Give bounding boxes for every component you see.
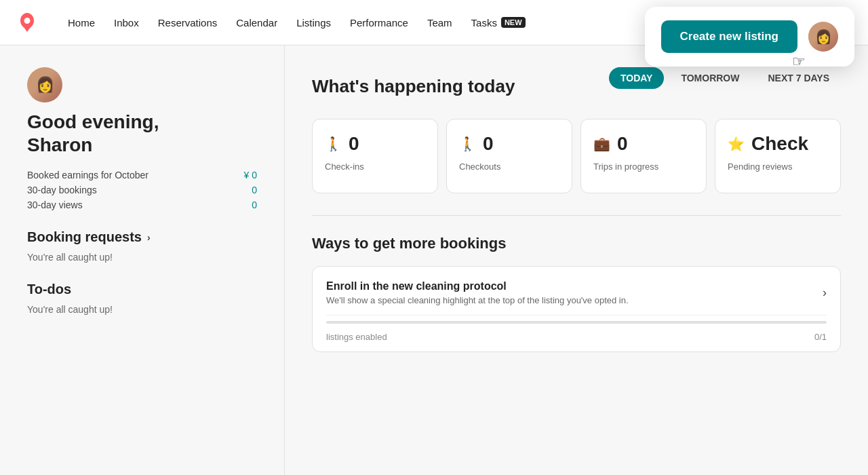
bookings-section-title: Ways to get more bookings <box>312 235 841 252</box>
nav-calendar[interactable]: Calendar <box>228 12 285 34</box>
stat-label-bookings: 30-day bookings <box>27 185 97 195</box>
stat-row-bookings: 30-day bookings 0 <box>27 185 257 195</box>
create-listing-dropdown: Create new listing 👩 ☞ <box>645 7 854 66</box>
create-new-listing-button[interactable]: Create new listing <box>661 20 797 53</box>
todos-status: You're all caught up! <box>27 304 257 315</box>
stat-row-earnings: Booked earnings for October ¥ 0 <box>27 170 257 180</box>
stats-list: Booked earnings for October ¥ 0 30-day b… <box>27 170 257 210</box>
nav-tasks[interactable]: Tasks NEW <box>463 12 534 34</box>
booking-requests-title: Booking requests <box>27 229 142 245</box>
date-tabs: TODAY TOMORROW NEXT 7 DAYS <box>609 67 841 89</box>
stat-value-earnings: ¥ 0 <box>244 170 257 180</box>
todos-section: To-dos <box>27 282 257 297</box>
user-avatar[interactable]: 👩 <box>808 22 838 52</box>
enroll-footer: listings enabled 0/1 <box>326 324 827 352</box>
section-divider <box>312 215 841 216</box>
stat-label-earnings: Booked earnings for October <box>27 170 149 180</box>
trips-number: 0 <box>617 133 628 155</box>
tab-next7days[interactable]: NEXT 7 DAYS <box>756 67 841 89</box>
enroll-row[interactable]: Enroll in the new cleaning protocol We'l… <box>326 280 827 316</box>
stat-card-trips[interactable]: 💼 0 Trips in progress <box>580 119 707 193</box>
sidebar: 👩 Good evening,Sharon Booked earnings fo… <box>0 45 285 475</box>
whats-happening-title: What's happening today <box>312 76 515 97</box>
main-content: What's happening today TODAY TOMORROW NE… <box>285 45 868 475</box>
stat-label-views: 30-day views <box>27 200 83 210</box>
avatar-image: 👩 <box>808 22 838 52</box>
stat-row-views: 30-day views 0 <box>27 200 257 210</box>
nav-performance[interactable]: Performance <box>342 12 416 34</box>
checkins-number: 0 <box>349 133 359 155</box>
booking-requests-status: You're all caught up! <box>27 252 257 263</box>
enroll-card: Enroll in the new cleaning protocol We'l… <box>312 266 841 352</box>
stat-card-reviews[interactable]: ⭐ Check Pending reviews <box>715 119 841 193</box>
nav-listings[interactable]: Listings <box>288 12 339 34</box>
tasks-badge: NEW <box>501 17 526 28</box>
stat-value-bookings: 0 <box>252 185 257 195</box>
nav-home[interactable]: Home <box>60 12 103 34</box>
checkins-label: Check-ins <box>325 162 425 172</box>
stats-cards-grid: 🚶 0 Check-ins 🚶 0 Checkouts 💼 0 Trips in… <box>312 119 841 193</box>
checkouts-number: 0 <box>483 133 494 155</box>
checkouts-icon: 🚶 <box>459 136 476 152</box>
stat-card-checkouts[interactable]: 🚶 0 Checkouts <box>446 119 572 193</box>
airbnb-logo[interactable] <box>16 12 38 33</box>
enroll-footer-value: 0/1 <box>814 332 827 342</box>
checkouts-label: Checkouts <box>459 162 559 172</box>
enroll-title: Enroll in the new cleaning protocol <box>326 280 629 292</box>
sidebar-avatar: 👩 <box>27 67 62 102</box>
booking-requests-chevron: › <box>147 232 151 243</box>
booking-requests-section[interactable]: Booking requests › <box>27 229 257 245</box>
reviews-number: Check <box>751 133 808 155</box>
nav-reservations[interactable]: Reservations <box>150 12 226 34</box>
nav-team[interactable]: Team <box>419 12 460 34</box>
enroll-chevron-icon: › <box>823 286 827 300</box>
nav-inbox[interactable]: Inbox <box>106 12 147 34</box>
stat-value-views: 0 <box>252 200 257 210</box>
tab-today[interactable]: TODAY <box>609 67 664 89</box>
trips-icon: 💼 <box>593 136 610 152</box>
sidebar-greeting: Good evening,Sharon <box>27 111 257 156</box>
enroll-desc: We'll show a special cleaning highlight … <box>326 295 629 305</box>
enroll-footer-label: listings enabled <box>326 332 387 342</box>
trips-label: Trips in progress <box>593 162 694 172</box>
main-layout: 👩 Good evening,Sharon Booked earnings fo… <box>0 45 868 475</box>
checkins-icon: 🚶 <box>325 136 342 152</box>
navbar: Home Inbox Reservations Calendar Listing… <box>0 0 868 45</box>
reviews-label: Pending reviews <box>728 162 828 172</box>
reviews-icon: ⭐ <box>728 136 745 152</box>
todos-title: To-dos <box>27 282 71 297</box>
stat-card-checkins[interactable]: 🚶 0 Check-ins <box>312 119 438 193</box>
tab-tomorrow[interactable]: TOMORROW <box>669 67 751 89</box>
